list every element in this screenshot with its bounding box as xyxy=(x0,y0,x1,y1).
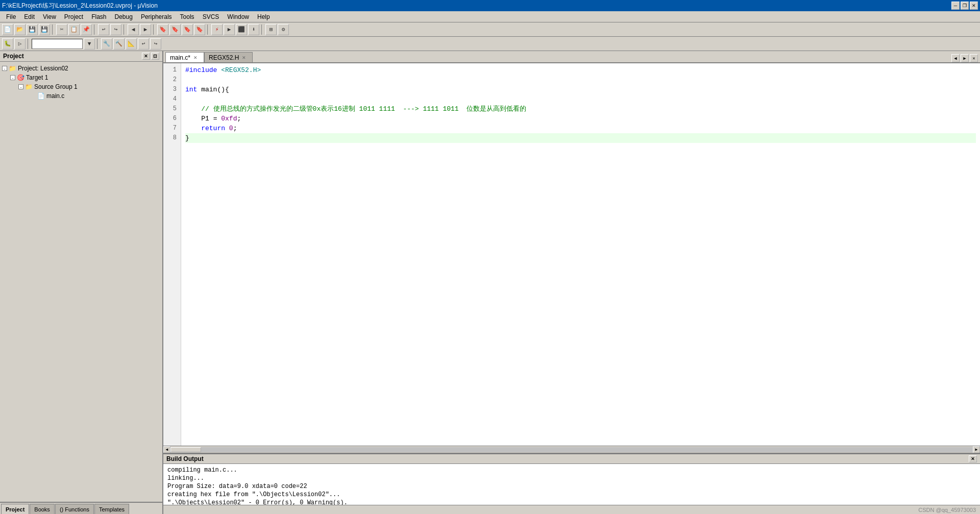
minimize-button[interactable]: ─ xyxy=(951,2,960,10)
tree-project-root[interactable]: - 📁 Project: Lession02 xyxy=(0,64,162,73)
panel-float-button[interactable]: ⊡ xyxy=(151,53,159,60)
kw-int: int xyxy=(185,86,197,93)
new-file-button[interactable]: 📄 xyxy=(2,24,13,35)
save-button[interactable]: 💾 xyxy=(27,24,38,35)
bookmark3-button[interactable]: 🔖 xyxy=(182,24,193,35)
menu-tools[interactable]: Tools xyxy=(176,12,199,21)
nav-fwd-button[interactable]: ▶ xyxy=(140,24,151,35)
bookmark-button[interactable]: 🔖 xyxy=(157,24,168,35)
build2-button[interactable]: ▶ xyxy=(224,24,235,35)
scroll-right-arrow[interactable]: ▶ xyxy=(973,446,980,453)
menu-edit[interactable]: Edit xyxy=(20,12,39,21)
build-panel-close[interactable]: ✕ xyxy=(969,455,977,462)
cut-button[interactable]: ✂ xyxy=(56,24,67,35)
line-num-4: 4 xyxy=(165,94,177,104)
restore-button[interactable]: ❐ xyxy=(961,2,969,10)
close-button[interactable]: ✕ xyxy=(970,2,978,10)
editor-tab-bar: main.c* ✕ REGX52.H ✕ ◀ ▶ ✕ xyxy=(163,51,980,63)
menu-svcs[interactable]: SVCS xyxy=(199,12,224,21)
nav-back-button[interactable]: ◀ xyxy=(128,24,139,35)
bookmark4-button[interactable]: 🔖 xyxy=(194,24,205,35)
kw-return: return xyxy=(201,125,225,132)
menu-file[interactable]: File xyxy=(2,12,20,21)
menu-flash[interactable]: Flash xyxy=(87,12,110,21)
tab-main-c[interactable]: main.c* ✕ xyxy=(165,52,204,62)
main-c-icon: 📄 xyxy=(37,92,45,100)
title-bar: F:\kEILProject\练习\Lession_2\Lession02.uv… xyxy=(0,0,980,11)
toggle-root[interactable]: - xyxy=(2,66,7,71)
menu-view[interactable]: View xyxy=(39,12,60,21)
code-line-2 xyxy=(185,75,976,85)
menu-peripherals[interactable]: Peripherals xyxy=(137,12,176,21)
download-button[interactable]: ⬇ xyxy=(248,24,259,35)
tab-regx52-close[interactable]: ✕ xyxy=(242,55,246,60)
tree-target1[interactable]: - 🎯 Target 1 xyxy=(0,73,162,82)
stop-button[interactable]: ⬛ xyxy=(236,24,247,35)
line-num-8: 8 xyxy=(165,133,177,143)
var-p1: P1 xyxy=(201,115,209,123)
tab-functions[interactable]: () Functions xyxy=(55,504,94,514)
build-line-5: ".\Objects\Lession02" - 0 Error(s), 0 Wa… xyxy=(167,499,976,505)
tab-bar-right: ◀ ▶ ✕ xyxy=(951,54,980,62)
window-btn[interactable]: ⊞ xyxy=(265,24,277,35)
code-line-4 xyxy=(185,94,976,104)
tab-main-c-close[interactable]: ✕ xyxy=(193,55,198,60)
toggle-target1[interactable]: - xyxy=(10,75,15,80)
tab-nav-right[interactable]: ▶ xyxy=(961,54,969,62)
inc-file: <REGX52.H> xyxy=(221,66,261,74)
toolbar-1: 📄 📂 💾 💾 ✂ 📋 📌 ↩ ↪ ◀ ▶ 🔖 🔖 🔖 🔖 ⚡ ▶ ⬛ ⬇ ⊞ … xyxy=(0,22,980,37)
target-selector[interactable]: Target 1 xyxy=(32,39,83,49)
open-button[interactable]: 📂 xyxy=(14,24,26,35)
menu-window[interactable]: Window xyxy=(223,12,253,21)
sep5 xyxy=(207,25,209,35)
target-drop[interactable]: ▼ xyxy=(84,38,95,50)
tool2-btn[interactable]: 🔨 xyxy=(113,38,125,50)
tab-templates[interactable]: Templates xyxy=(94,504,129,514)
tool5-btn[interactable]: ↪ xyxy=(150,38,161,50)
panel-close-button[interactable]: ✕ xyxy=(142,53,150,60)
debug2-btn[interactable]: ▷ xyxy=(14,38,26,50)
tool1-btn[interactable]: 🔧 xyxy=(101,38,112,50)
scroll-left-arrow[interactable]: ◀ xyxy=(163,446,170,453)
undo-button[interactable]: ↩ xyxy=(98,24,109,35)
build-button[interactable]: ⚡ xyxy=(211,24,223,35)
fn-main: main xyxy=(201,86,217,93)
menu-help[interactable]: Help xyxy=(253,12,274,21)
comment-line5: // 使用总线的方式操作发光的二级管0x表示16进制 1011 1111 ---… xyxy=(185,105,526,113)
main-area: Project ✕ ⊡ - 📁 Project: Lession02 - 🎯 T… xyxy=(0,51,980,514)
save-all-button[interactable]: 💾 xyxy=(39,24,50,35)
target1-icon: 🎯 xyxy=(16,74,24,82)
code-content[interactable]: #include <REGX52.H> int main(){ // 使用总线的… xyxy=(181,63,980,446)
tab-nav-left[interactable]: ◀ xyxy=(951,54,960,62)
app-title: F:\kEILProject\练习\Lession_2\Lession02.uv… xyxy=(2,2,158,10)
paste-button[interactable]: 📌 xyxy=(81,24,92,35)
tab-close-all[interactable]: ✕ xyxy=(970,54,978,62)
tree-main-c[interactable]: 📄 main.c xyxy=(0,91,162,101)
code-line-7: return 0; xyxy=(185,124,976,133)
copy-button[interactable]: 📋 xyxy=(68,24,80,35)
menu-bar: File Edit View Project Flash Debug Perip… xyxy=(0,11,980,22)
project-tree: - 📁 Project: Lession02 - 🎯 Target 1 - 📁 … xyxy=(0,62,162,502)
tool3-btn[interactable]: 📐 xyxy=(126,38,137,50)
tab-main-c-label: main.c* xyxy=(170,54,190,61)
debug-btn[interactable]: 🐛 xyxy=(2,38,13,50)
editor-area: main.c* ✕ REGX52.H ✕ ◀ ▶ ✕ 1 2 3 4 5 6 xyxy=(163,51,980,514)
toggle-source-group1[interactable]: - xyxy=(18,84,23,89)
sep7 xyxy=(28,39,30,49)
menu-project[interactable]: Project xyxy=(60,12,87,21)
redo-button[interactable]: ↪ xyxy=(110,24,121,35)
scroll-thumb[interactable] xyxy=(170,447,201,452)
tab-books[interactable]: Books xyxy=(30,504,55,514)
tab-project[interactable]: Project xyxy=(1,504,29,514)
tab-regx52[interactable]: REGX52.H ✕ xyxy=(204,52,253,62)
menu-debug[interactable]: Debug xyxy=(111,12,137,21)
csdn-watermark: CSDN @qq_45973003 xyxy=(918,507,976,513)
build-status-bar: CSDN @qq_45973003 xyxy=(163,505,980,514)
tree-source-group1[interactable]: - 📁 Source Group 1 xyxy=(0,82,162,91)
code-editor[interactable]: 1 2 3 4 5 6 7 8 #include <REGX52.H> int … xyxy=(163,63,980,446)
scroll-track[interactable] xyxy=(170,447,973,452)
tool4-btn[interactable]: ↩ xyxy=(138,38,149,50)
bookmark2-button[interactable]: 🔖 xyxy=(169,24,181,35)
brace-open: { xyxy=(225,86,229,93)
config-btn[interactable]: ⚙ xyxy=(278,24,289,35)
